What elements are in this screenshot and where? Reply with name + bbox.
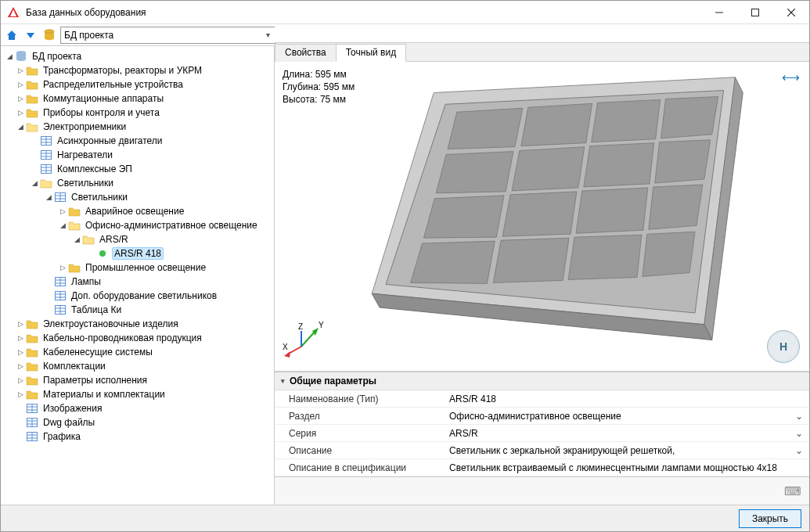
folder-icon xyxy=(68,261,81,274)
property-key: Серия xyxy=(275,428,443,439)
property-row[interactable]: СерияARS/R xyxy=(275,425,809,442)
svg-marker-68 xyxy=(568,235,642,279)
table-icon xyxy=(26,416,38,429)
tree-item[interactable]: Комплексные ЭП xyxy=(1,162,274,176)
tab-exact-view[interactable]: Точный вид xyxy=(336,44,406,62)
svg-marker-62 xyxy=(423,196,504,238)
svg-marker-57 xyxy=(661,96,718,138)
table-icon xyxy=(40,163,52,175)
property-value[interactable]: Офисно-административное освещение xyxy=(443,411,809,422)
folder-icon xyxy=(26,332,38,344)
preview-3d[interactable]: Длина: 595 мм Глубина: 595 мм Высота: 75… xyxy=(275,62,809,372)
maximize-button[interactable] xyxy=(737,1,773,24)
tree-item[interactable]: ▷Аварийное освещение xyxy=(1,204,274,218)
property-value[interactable]: ARS/R xyxy=(443,428,809,439)
svg-marker-59 xyxy=(512,147,585,191)
keyboard-icon[interactable]: ⌨ xyxy=(784,484,801,498)
table-icon xyxy=(54,275,67,288)
tree-item[interactable]: ▷Распределительные устройства xyxy=(1,77,274,92)
tree-item[interactable]: ▷Электроустановочные изделия xyxy=(1,317,274,331)
expand-icon[interactable]: ▷ xyxy=(15,66,26,74)
right-pane: Свойства Точный вид Длина: 595 мм Глубин… xyxy=(275,46,809,505)
folder-icon xyxy=(26,388,38,401)
tree-item[interactable]: ◢ARS/R xyxy=(1,232,274,246)
tab-strip: Свойства Точный вид xyxy=(275,43,809,62)
tree-item[interactable]: ▷Коммутационные аппараты xyxy=(1,92,274,106)
properties-grid: Общие параметры Наименование (Тип)ARS/R … xyxy=(275,372,809,476)
property-key: Раздел xyxy=(275,411,443,422)
property-row[interactable]: Описание в спецификацииСветильник встраи… xyxy=(275,459,809,476)
property-row[interactable]: Наименование (Тип)ARS/R 418 xyxy=(275,390,809,408)
tree-root[interactable]: ◢ БД проекта xyxy=(1,49,274,63)
close-dialog-button[interactable]: Закрыть xyxy=(739,509,801,528)
properties-group-header[interactable]: Общие параметры xyxy=(275,372,809,390)
svg-marker-65 xyxy=(649,185,703,229)
tree-item[interactable]: ◢Светильники xyxy=(1,190,274,204)
property-value[interactable]: ARS/R 418 xyxy=(443,394,809,404)
folder-icon xyxy=(26,64,38,77)
folder-open-icon xyxy=(68,219,81,232)
tree-item[interactable]: ◢Светильники xyxy=(1,176,274,190)
tree-item[interactable]: Таблица Ки xyxy=(1,303,274,317)
tree-item[interactable]: ▷Материалы и комплектации xyxy=(1,387,274,401)
tree-item[interactable]: ◢Офисно-административное освещение xyxy=(1,218,274,232)
svg-marker-64 xyxy=(576,188,648,233)
tree-item[interactable]: ▷Комплектации xyxy=(1,359,274,373)
table-icon xyxy=(26,430,38,443)
svg-marker-55 xyxy=(521,103,592,146)
svg-marker-7 xyxy=(27,33,34,38)
database-combo[interactable]: БД проекта xyxy=(60,27,275,44)
app-window: База данных оборудования БД проекта xyxy=(0,0,810,532)
tree-item[interactable]: ▷Кабельно-проводниковая продукция xyxy=(1,331,274,345)
folder-open-icon xyxy=(40,177,52,189)
tree-item[interactable]: ▷Приборы контроля и учета xyxy=(1,106,274,120)
tree-item[interactable]: Нагреватели xyxy=(1,148,274,162)
tree-item[interactable]: Изображения xyxy=(1,401,274,415)
tree-item[interactable]: Доп. оборудование светильников xyxy=(1,289,274,303)
tree-item[interactable]: Лампы xyxy=(1,275,274,289)
database-icon[interactable] xyxy=(41,27,57,43)
footer-bar: Закрыть xyxy=(1,505,809,531)
window-title: База данных оборудования xyxy=(26,7,146,18)
property-row[interactable]: РазделОфисно-административное освещение xyxy=(275,408,809,425)
tree-item[interactable]: ▷Кабеленесущие системы xyxy=(1,345,274,359)
tree-item[interactable]: ▷Трансформаторы, реакторы и УКРМ xyxy=(1,63,274,77)
measure-icon[interactable]: ⟷ xyxy=(782,70,800,84)
viewcube[interactable]: Н xyxy=(767,330,800,363)
svg-marker-63 xyxy=(502,192,577,236)
axis-gizmo[interactable]: X Y Z xyxy=(283,320,329,365)
table-icon xyxy=(54,289,67,302)
app-icon xyxy=(7,6,20,19)
folder-icon xyxy=(26,318,38,330)
svg-marker-69 xyxy=(643,232,695,276)
svg-marker-6 xyxy=(7,31,16,40)
tree-item[interactable]: ◢Электроприемники xyxy=(1,120,274,134)
svg-marker-67 xyxy=(493,238,569,282)
tree-item[interactable]: Графика xyxy=(1,430,274,444)
model-view xyxy=(275,62,809,371)
home-icon[interactable] xyxy=(4,27,20,43)
svg-marker-54 xyxy=(448,108,523,149)
minimize-button[interactable] xyxy=(701,1,737,24)
property-key: Наименование (Тип) xyxy=(275,394,443,404)
tree-item[interactable]: Асинхронные двигатели xyxy=(1,134,274,148)
close-button[interactable] xyxy=(773,1,809,24)
tab-properties[interactable]: Свойства xyxy=(275,44,337,62)
tree-item-selected[interactable]: ARS/R 418 xyxy=(1,246,274,261)
svg-marker-58 xyxy=(436,152,513,193)
tree-pane[interactable]: ◢ БД проекта ▷Трансформаторы, реакторы и… xyxy=(1,46,275,505)
svg-marker-56 xyxy=(592,99,661,142)
down-arrow-icon[interactable] xyxy=(23,27,38,43)
table-icon xyxy=(26,402,38,415)
tree-item[interactable]: ▷Параметры исполнения xyxy=(1,373,274,387)
property-value[interactable]: Светильник с зеркальной экранирующей реш… xyxy=(443,445,809,456)
svg-marker-60 xyxy=(584,143,654,187)
item-icon xyxy=(96,247,109,260)
svg-marker-73 xyxy=(284,351,290,358)
expand-icon[interactable]: ◢ xyxy=(4,52,15,60)
tree-item[interactable]: ▷Промышленное освещение xyxy=(1,261,274,275)
property-value[interactable]: Светильник встраиваемый с люминесцентным… xyxy=(443,462,809,473)
property-row[interactable]: ОписаниеСветильник с зеркальной экраниру… xyxy=(275,442,809,459)
svg-marker-61 xyxy=(655,140,711,183)
tree-item[interactable]: Dwg файлы xyxy=(1,415,274,430)
